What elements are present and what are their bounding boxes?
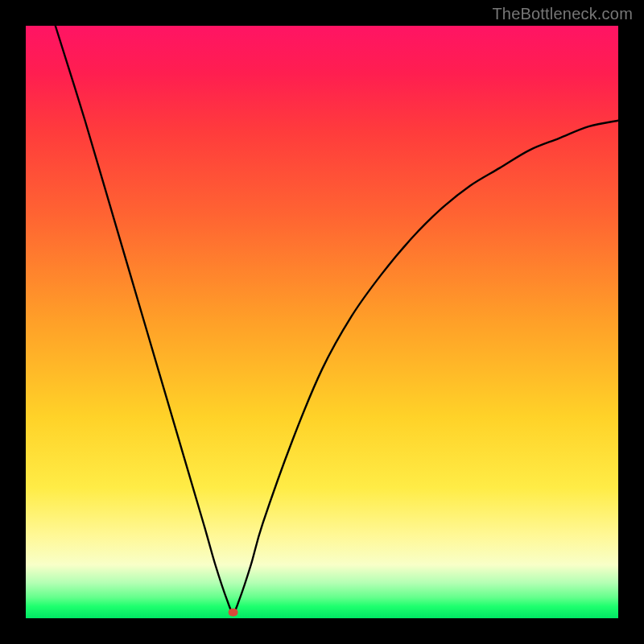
plot-area	[26, 26, 618, 618]
curve-layer	[26, 26, 618, 618]
bottleneck-curve	[56, 26, 618, 613]
chart-frame: TheBottleneck.com	[0, 0, 644, 644]
watermark-text: TheBottleneck.com	[492, 5, 633, 23]
optimum-marker	[229, 609, 238, 617]
